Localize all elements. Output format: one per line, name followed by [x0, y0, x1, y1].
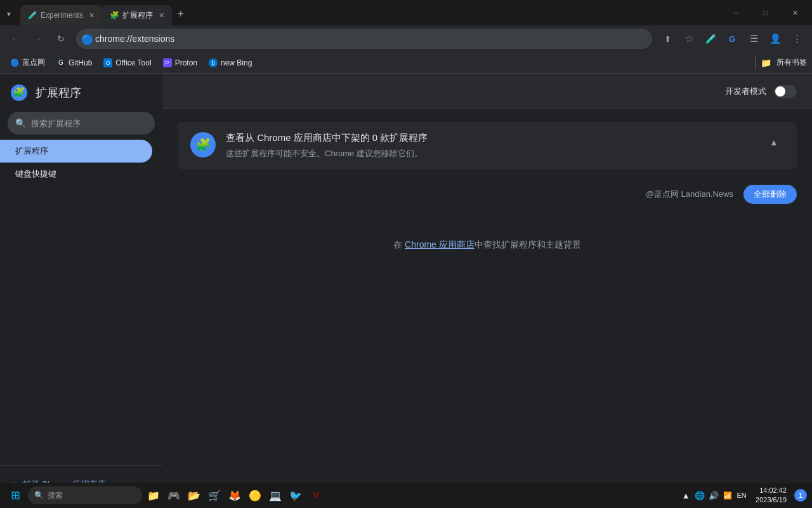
taskbar-bird-icon[interactable]: 🐦	[287, 486, 304, 504]
developer-mode-toggle[interactable]	[774, 85, 797, 98]
extensions-header: 开发者模式	[162, 74, 812, 109]
extensions-page-title: 扩展程序	[36, 85, 81, 100]
sidebar-item-extensions-label: 扩展程序	[15, 145, 48, 157]
tab-close-extensions[interactable]: ✕	[157, 10, 167, 20]
svg-text:🧩: 🧩	[13, 86, 25, 98]
bookmark-icon-proton: P	[163, 58, 172, 67]
bookmark-icon-github: G	[56, 58, 65, 67]
close-button[interactable]: ✕	[780, 3, 809, 23]
taskbar-search-icon: 🔍	[34, 491, 44, 500]
tab-extensions[interactable]: 🧩 扩展程序 ✕	[102, 5, 172, 25]
tab-close-experiments[interactable]: ✕	[87, 10, 97, 20]
tab-title-experiments: Experiments	[41, 11, 83, 20]
developer-mode-label: 开发者模式	[725, 86, 766, 97]
taskbar-explorer-icon[interactable]: 📂	[185, 486, 203, 504]
start-button[interactable]: ⊞	[5, 485, 25, 505]
bookmark-label-newbing: new Bing	[221, 58, 252, 67]
upward-arrow-icon[interactable]: ▲	[679, 486, 692, 504]
bookmark-button[interactable]: ☆	[679, 29, 699, 49]
wifi-icon[interactable]: 📶	[721, 486, 734, 504]
collapse-button[interactable]: ▲	[764, 132, 784, 152]
address-favicon: 🔵	[81, 34, 91, 44]
language-icon[interactable]: EN	[735, 486, 748, 504]
extensions-logo: 🧩	[10, 84, 28, 102]
bookmark-newbing[interactable]: b new Bing	[204, 55, 257, 71]
taskbar-terminal-icon[interactable]: 💻	[266, 486, 284, 504]
toolbar: ← → ↻ 🔵 chrome://extensions ⬆ ☆ 🧪 G ☰ 👤 …	[0, 25, 812, 52]
store-link-suffix: 中查找扩展程序和主题背景	[475, 239, 581, 250]
search-input[interactable]	[31, 119, 147, 128]
taskbar-search[interactable]: 🔍 搜索	[28, 486, 142, 504]
store-link-area: 在 Chrome 应用商店中查找扩展程序和主题背景	[178, 239, 797, 251]
bookmark-proton[interactable]: P Proton	[158, 55, 202, 71]
google-button[interactable]: G	[722, 29, 742, 49]
extensions-page-body: 🧩 扩展程序 🔍 扩展程序 键盘快捷键 ↗ 打开 Chrome 应用商店	[0, 74, 812, 508]
bookmark-icon-newbing: b	[209, 58, 218, 67]
tab-favicon-experiments: 🧪	[28, 11, 37, 20]
delete-all-button[interactable]: 全部删除	[743, 185, 797, 204]
cast-button[interactable]: ⬆	[657, 29, 678, 49]
taskbar-store-icon[interactable]: 🛒	[206, 486, 223, 504]
taskbar-files-icon[interactable]: 📁	[145, 486, 162, 504]
back-button[interactable]: ←	[5, 29, 25, 49]
menu-button[interactable]: ⋮	[787, 29, 807, 49]
taskbar-search-label: 搜索	[48, 490, 63, 501]
bookmark-icon-officetool: O	[103, 58, 112, 67]
taskbar-circle-icon[interactable]: 🟡	[246, 486, 264, 504]
tab-favicon-extensions: 🧩	[110, 11, 119, 20]
tab-strip: 🧪 Experiments ✕ 🧩 扩展程序 ✕ +	[18, 0, 722, 25]
sidebar: 🧩 扩展程序 🔍 扩展程序 键盘快捷键 ↗ 打开 Chrome 应用商店	[0, 74, 162, 508]
all-bookmarks-label: 所有书签	[776, 57, 807, 68]
bookmark-github[interactable]: G GitHub	[51, 55, 97, 71]
taskbar-game-icon[interactable]: 🎮	[165, 486, 183, 504]
store-link[interactable]: Chrome 应用商店	[405, 239, 475, 250]
source-text: @蓝点网 Landian.News	[646, 189, 733, 200]
bookmarks-folder-icon[interactable]: 📁	[761, 58, 771, 68]
volume-icon[interactable]: 🔊	[707, 486, 720, 504]
maximize-button[interactable]: □	[751, 3, 780, 23]
taskbar-datetime[interactable]: 14:02:42 2023/6/19	[750, 486, 792, 505]
notification-badge[interactable]: 1	[794, 489, 807, 502]
warning-title: 查看从 Chrome 应用商店中下架的 0 款扩展程序	[226, 132, 754, 144]
sidebar-item-shortcuts[interactable]: 键盘快捷键	[0, 163, 152, 185]
lab-button[interactable]: 🧪	[700, 29, 721, 49]
forward-button[interactable]: →	[28, 29, 48, 49]
taskbar-firefox-icon[interactable]: 🦊	[226, 486, 244, 504]
chrome-browser: ▾ 🧪 Experiments ✕ 🧩 扩展程序 ✕ + ─ □ ✕ ← → ↻…	[0, 0, 812, 508]
bookmark-label-github: GitHub	[69, 58, 92, 67]
sidebar-item-shortcuts-label: 键盘快捷键	[15, 168, 56, 180]
bookmark-label-officetool: Office Tool	[115, 58, 151, 67]
bookmarks-bar: 🔵 蓝点网 G GitHub O Office Tool P Proton b …	[0, 52, 812, 74]
delete-all-row: @蓝点网 Landian.News 全部删除	[178, 180, 797, 209]
main-content: 🧩 查看从 Chrome 应用商店中下架的 0 款扩展程序 这些扩展程序可能不安…	[162, 109, 812, 508]
system-icons: ▲ 🌐 🔊 📶 EN	[679, 486, 748, 504]
bookmarks-right: 📁 所有书签	[752, 57, 807, 69]
reload-button[interactable]: ↻	[51, 29, 71, 49]
sidebar-item-extensions[interactable]: 扩展程序	[0, 140, 152, 163]
tab-scroll-btn[interactable]: ▾	[0, 5, 18, 23]
network-icon[interactable]: 🌐	[693, 486, 706, 504]
profile-button[interactable]: 👤	[765, 29, 785, 49]
bookmark-officetool[interactable]: O Office Tool	[98, 55, 156, 71]
warning-icon: 🧩	[195, 137, 211, 152]
bookmark-icon-landian: 🔵	[10, 58, 19, 67]
toolbar-actions: ⬆ ☆ 🧪 G ☰ 👤 ⋮	[657, 29, 807, 49]
tab-title-extensions: 扩展程序	[122, 10, 153, 21]
taskbar-date-value: 2023/6/19	[756, 495, 787, 505]
bookmark-landian[interactable]: 🔵 蓝点网	[5, 55, 50, 71]
tab-experiments[interactable]: 🧪 Experiments ✕	[20, 5, 102, 25]
sidebar-search-box[interactable]: 🔍	[8, 112, 155, 135]
taskbar-vpn-icon[interactable]: V	[307, 486, 325, 504]
taskbar-right: ▲ 🌐 🔊 📶 EN 14:02:42 2023/6/19 1	[679, 486, 807, 505]
taskbar: ⊞ 🔍 搜索 📁 🎮 📂 🛒 🦊 🟡 💻 🐦 V ▲ 🌐 🔊 📶 EN 14:0…	[0, 483, 812, 508]
warning-content: 查看从 Chrome 应用商店中下架的 0 款扩展程序 这些扩展程序可能不安全。…	[226, 132, 754, 159]
store-link-prefix: 在	[393, 239, 405, 250]
taskbar-time-value: 14:02:42	[756, 486, 787, 495]
minimize-button[interactable]: ─	[722, 3, 751, 23]
sidebar-button[interactable]: ☰	[743, 29, 764, 49]
main-area: 开发者模式 🧩 查看从 Chrome 应用商店中下架的 0 款扩展程序 这些扩展…	[162, 74, 812, 508]
toggle-knob	[775, 86, 785, 97]
address-bar[interactable]: 🔵 chrome://extensions	[76, 29, 652, 49]
new-tab-button[interactable]: +	[172, 5, 190, 23]
bookmark-label-proton: Proton	[175, 58, 197, 67]
